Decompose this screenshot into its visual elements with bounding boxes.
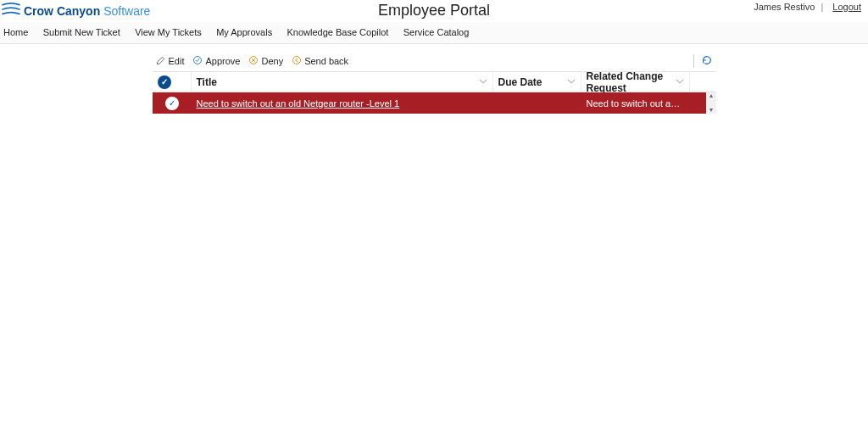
approve-icon	[192, 55, 203, 67]
brand-logo[interactable]: Crow Canyon Software	[2, 2, 150, 20]
chevron-down-icon	[676, 76, 684, 88]
nav-submit-ticket[interactable]: Submit New Ticket	[43, 27, 120, 37]
select-all-icon: ✓	[158, 75, 171, 89]
sendback-icon	[292, 55, 302, 67]
chevron-down-icon	[479, 76, 487, 88]
header: Crow Canyon Software Employee Portal Jam…	[0, 0, 868, 20]
scroll-up-icon: ▴	[706, 92, 716, 99]
grid-toolbar: Edit Approve Deny Send back	[153, 51, 716, 71]
deny-icon	[248, 55, 259, 67]
column-due-date[interactable]: Due Date	[493, 72, 581, 92]
page-title: Employee Portal	[378, 2, 490, 20]
checked-icon: ✓	[165, 97, 179, 110]
deny-button[interactable]: Deny	[248, 55, 283, 67]
edit-button[interactable]: Edit	[156, 55, 185, 67]
row-title-cell: Need to switch out an old Netgear router…	[192, 98, 493, 109]
svg-point-2	[293, 57, 301, 64]
approvals-grid: ✓ Title Due Date Related Change Request …	[153, 71, 716, 114]
current-user: James Restivo	[754, 2, 815, 12]
logout-link[interactable]: Logout	[832, 2, 861, 12]
grid-header: ✓ Title Due Date Related Change Request	[153, 72, 716, 92]
brand-text: Crow Canyon Software	[24, 4, 150, 18]
column-related-request[interactable]: Related Change Request	[581, 72, 690, 92]
user-area: James Restivo | Logout	[754, 2, 861, 12]
chevron-down-icon	[567, 76, 576, 88]
table-row[interactable]: ✓ Need to switch out an old Netgear rout…	[153, 92, 716, 114]
pencil-icon	[156, 55, 166, 67]
column-title[interactable]: Title	[192, 72, 493, 92]
approvals-panel: Edit Approve Deny Send back ✓ Title	[153, 51, 716, 114]
sendback-button[interactable]: Send back	[292, 55, 348, 67]
brand-icon	[2, 2, 20, 20]
approve-button[interactable]: Approve	[192, 55, 240, 67]
nav-view-tickets[interactable]: View My Tickets	[135, 27, 202, 37]
refresh-icon	[701, 57, 713, 69]
refresh-button[interactable]	[701, 54, 713, 69]
row-title-link[interactable]: Need to switch out an old Netgear router…	[197, 98, 400, 109]
column-select[interactable]: ✓	[153, 72, 192, 92]
nav-service-catalog[interactable]: Service Catalog	[403, 27, 470, 37]
row-related-cell: Need to switch out an old Netge...	[581, 98, 690, 109]
main-nav: Home Submit New Ticket View My Tickets M…	[0, 22, 868, 44]
row-select[interactable]: ✓	[153, 97, 192, 110]
nav-my-approvals[interactable]: My Approvals	[216, 27, 272, 37]
nav-home[interactable]: Home	[3, 27, 28, 37]
vertical-scrollbar[interactable]: ▴ ▾	[706, 92, 716, 114]
scroll-down-icon: ▾	[706, 107, 716, 114]
nav-kb-copilot[interactable]: Knowledge Base Copilot	[287, 27, 389, 37]
